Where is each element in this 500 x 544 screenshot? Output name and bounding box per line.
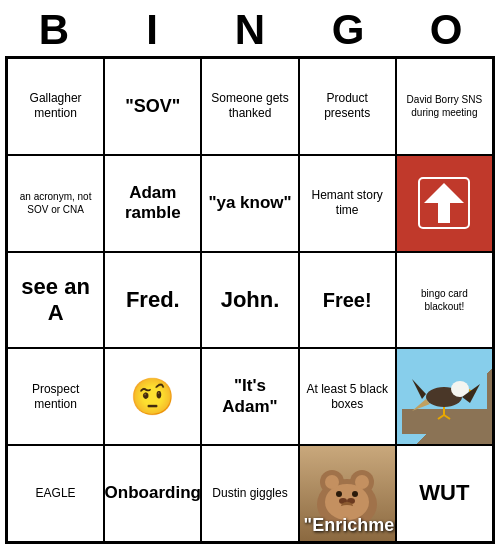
cell-b1[interactable]: Gallagher mention [7,58,104,155]
arrow-icon [414,173,474,233]
bingo-header: B I N G O [5,0,495,56]
cell-n4[interactable]: "It's Adam" [201,348,298,445]
cell-n1[interactable]: Someone gets thanked [201,58,298,155]
cell-g4[interactable]: At least 5 black boxes [299,348,396,445]
cell-i3[interactable]: Fred. [104,252,201,349]
svg-point-25 [339,505,355,511]
cell-g3-free[interactable]: Free! [299,252,396,349]
cell-n5[interactable]: Dustin giggles [201,445,298,542]
letter-i: I [108,6,196,54]
cell-g2[interactable]: Hemant story time [299,155,396,252]
letter-b: B [10,6,98,54]
letter-n: N [206,6,294,54]
cell-b2[interactable]: an acronym, not SOV or CNA [7,155,104,252]
cell-i4[interactable]: 🤨 [104,348,201,445]
svg-point-18 [325,475,339,489]
bingo-grid: Gallagher mention "SOV" Someone gets tha… [5,56,495,544]
wut-label: "Enrichment" [304,515,396,537]
cell-b5[interactable]: EAGLE [7,445,104,542]
cell-n2[interactable]: "ya know" [201,155,298,252]
letter-g: G [304,6,392,54]
cell-o1[interactable]: David Borry SNS during meeting [396,58,493,155]
cell-i5[interactable]: "Onboarding" [104,445,201,542]
cell-g5[interactable]: "Enrichment" [299,445,396,542]
svg-point-24 [352,491,358,497]
svg-point-19 [355,475,369,489]
svg-point-23 [336,491,342,497]
cell-o3[interactable]: bingo card blackout! [396,252,493,349]
cell-o2[interactable] [396,155,493,252]
cell-n3[interactable]: John. [201,252,298,349]
eagle-icon [402,359,487,434]
cell-b3[interactable]: see an A [7,252,104,349]
cell-g1[interactable]: Product presents [299,58,396,155]
letter-o: O [402,6,490,54]
cell-o4[interactable] [396,348,493,445]
cell-i2[interactable]: Adam ramble [104,155,201,252]
cell-i1[interactable]: "SOV" [104,58,201,155]
cell-b4[interactable]: Prospect mention [7,348,104,445]
cell-o5[interactable]: WUT [396,445,493,542]
